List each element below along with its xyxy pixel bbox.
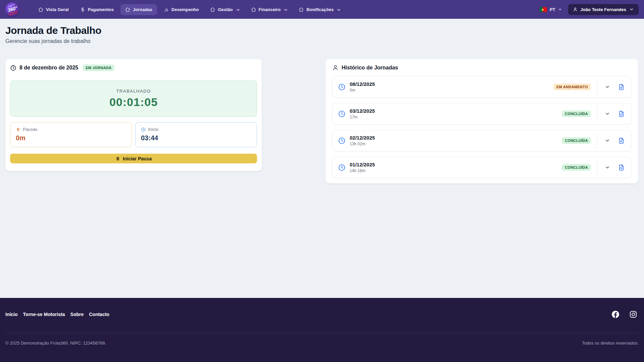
language-selector[interactable]: PT: [540, 7, 562, 12]
expand-row-button[interactable]: [603, 163, 611, 171]
clock-icon: [338, 83, 346, 91]
page-subtitle: Gerencie suas jornadas de trabalho: [5, 38, 639, 44]
footer: Início Torne-se Motorista Sobre Contacto…: [0, 298, 644, 362]
home-icon: [210, 7, 215, 12]
row-divider: [597, 107, 597, 121]
nav-item-jornadas[interactable]: Jornadas: [120, 4, 157, 15]
pauses-label: Pausas: [23, 127, 37, 132]
history-date: 08/12/2025: [350, 81, 375, 87]
history-row[interactable]: 01/12/2025 14h 18m CONCLUÍDA: [332, 157, 632, 178]
page-title: Jornada de Trabalho: [5, 25, 639, 36]
nav-item-label: Jornadas: [133, 7, 152, 12]
nav-item-gestao[interactable]: Gestão: [205, 4, 244, 15]
chevron-down-icon: [236, 7, 240, 11]
clock-icon: [10, 65, 16, 71]
journey-report-button[interactable]: [617, 83, 626, 92]
user-menu-button[interactable]: João Teste Fernandes: [568, 4, 639, 15]
start-pause-button[interactable]: Iniciar Pausa: [10, 154, 257, 163]
bar-chart-icon: [164, 7, 169, 12]
journey-report-button[interactable]: [617, 109, 626, 118]
history-row[interactable]: 03/12/2025 17m CONCLUÍDA: [332, 103, 632, 124]
home-icon: [38, 7, 43, 12]
clock-icon: [338, 164, 346, 171]
chevron-down-icon: [336, 7, 340, 11]
nav-item-vista-geral[interactable]: Vista Geral: [34, 4, 73, 15]
start-label: Início: [148, 127, 158, 132]
portugal-flag-icon: [540, 7, 547, 12]
nav-item-label: Bonificações: [306, 7, 334, 12]
footer-link-torne-se-motorista[interactable]: Torne-se Motorista: [23, 312, 65, 317]
nav-item-label: Pagamentos: [88, 7, 114, 12]
chevron-down-icon: [558, 7, 562, 11]
expand-row-button[interactable]: [603, 83, 611, 91]
clock-icon: [338, 110, 346, 118]
history-duration: 13h 02m: [350, 142, 375, 146]
nav-item-label: Desempenho: [171, 7, 199, 12]
home-icon: [251, 7, 256, 12]
footer-link-contacto[interactable]: Contacto: [89, 312, 109, 317]
nav-item-label: Vista Geral: [46, 7, 69, 12]
row-divider: [597, 134, 597, 148]
nav-item-financeiro[interactable]: Financeiro: [246, 4, 292, 15]
nav-item-bonificacoes[interactable]: Bonificações: [294, 4, 345, 15]
history-duration: 0m: [350, 88, 375, 93]
journey-history-card: Histórico de Jornadas 08/12/2025 0m EM A…: [326, 59, 638, 184]
top-navbar: FROTA 360° Vista Geral Pagamentos Jornad…: [0, 0, 644, 19]
current-journey-card: 8 de dezembro de 2025 EM JORNADA TRABALH…: [5, 59, 262, 171]
history-duration: 17m: [350, 115, 375, 119]
navbar-right: PT João Teste Fernandes: [540, 4, 639, 15]
journey-status-badge: EM JORNADA: [83, 64, 114, 71]
language-code: PT: [550, 7, 555, 12]
nav-item-label: Financeiro: [259, 7, 281, 12]
main-content: Jornada de Trabalho Gerencie suas jornad…: [0, 19, 644, 298]
history-title: Histórico de Jornadas: [342, 65, 398, 71]
worked-time: 00:01:05: [109, 96, 158, 109]
home-icon: [299, 7, 304, 12]
nav-item-desempenho[interactable]: Desempenho: [159, 4, 204, 15]
footer-link-inicio[interactable]: Início: [5, 312, 18, 317]
instagram-icon[interactable]: [629, 310, 637, 318]
status-badge: CONCLUÍDA: [562, 110, 591, 117]
worked-label: TRABALHADO: [116, 89, 151, 94]
facebook-icon[interactable]: [611, 310, 620, 319]
user-icon: [573, 7, 578, 12]
pause-icon: [16, 127, 20, 132]
history-duration: 14h 18m: [350, 168, 375, 173]
history-date: 01/12/2025: [350, 162, 375, 167]
expand-row-button[interactable]: [603, 137, 611, 145]
row-divider: [597, 160, 597, 174]
user-icon: [332, 64, 339, 71]
pauses-value: 0m: [16, 134, 126, 142]
history-date: 02/12/2025: [350, 135, 375, 141]
history-date: 03/12/2025: [350, 108, 375, 114]
history-row[interactable]: 08/12/2025 0m EM ANDAMENTO: [332, 76, 632, 98]
expand-row-button[interactable]: [603, 110, 611, 118]
rights-text: Todos os direitos reservados.: [582, 341, 639, 346]
nav-item-label: Gestão: [218, 7, 233, 12]
nav-item-pagamentos[interactable]: Pagamentos: [76, 4, 118, 15]
status-badge: EM ANDAMENTO: [553, 84, 591, 90]
history-row[interactable]: 02/12/2025 13h 02m CONCLUÍDA: [332, 130, 632, 151]
clock-icon: [338, 137, 346, 145]
status-badge: CONCLUÍDA: [562, 137, 591, 144]
journey-report-button[interactable]: [617, 136, 626, 145]
frota360-logo[interactable]: FROTA 360°: [4, 1, 21, 18]
copyright-text: © 2025 Demonstração Frota360. NIPC: 1234…: [5, 341, 106, 346]
user-name: João Teste Fernandes: [581, 7, 626, 12]
journey-date: 8 de dezembro de 2025: [19, 65, 78, 71]
dollar-icon: [80, 7, 85, 12]
start-pause-label: Iniciar Pausa: [123, 156, 152, 161]
row-divider: [597, 80, 597, 94]
home-icon: [125, 7, 130, 12]
journey-report-button[interactable]: [617, 163, 626, 172]
worked-timer-panel: TRABALHADO 00:01:05: [10, 81, 257, 117]
start-stat-box: Início 03:44: [135, 122, 257, 147]
footer-link-sobre[interactable]: Sobre: [70, 312, 84, 317]
chevron-down-icon: [283, 7, 287, 11]
start-value: 03:44: [141, 134, 251, 142]
nav-items: Vista Geral Pagamentos Jornadas Desempen…: [34, 4, 345, 15]
clock-icon: [141, 127, 146, 132]
chevron-down-icon: [629, 7, 634, 12]
status-badge: CONCLUÍDA: [562, 164, 591, 171]
pause-icon: [115, 156, 120, 161]
